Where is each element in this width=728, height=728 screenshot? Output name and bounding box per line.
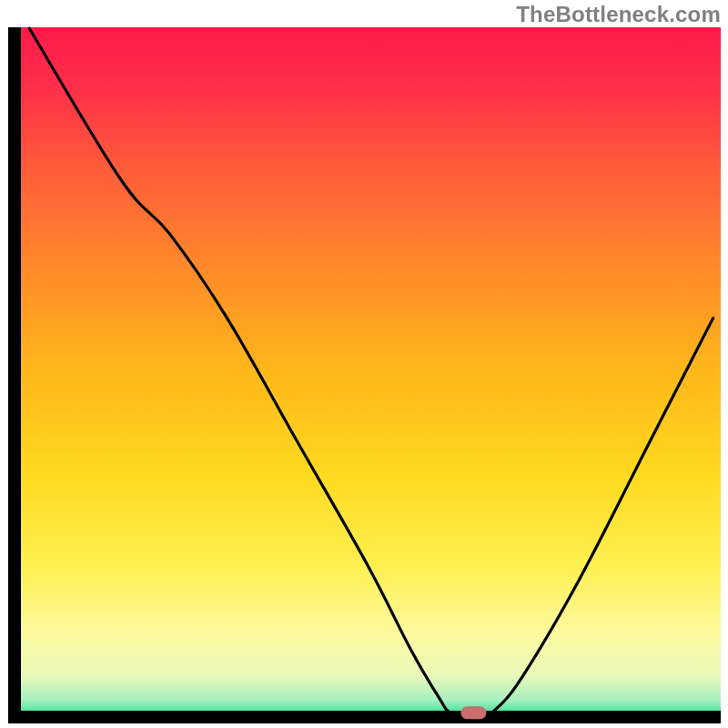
watermark-text: TheBottleneck.com xyxy=(516,2,721,27)
chart-svg xyxy=(0,0,728,728)
optimum-marker xyxy=(460,706,486,719)
gradient-background xyxy=(15,27,721,717)
bottleneck-chart: TheBottleneck.com xyxy=(0,0,728,728)
